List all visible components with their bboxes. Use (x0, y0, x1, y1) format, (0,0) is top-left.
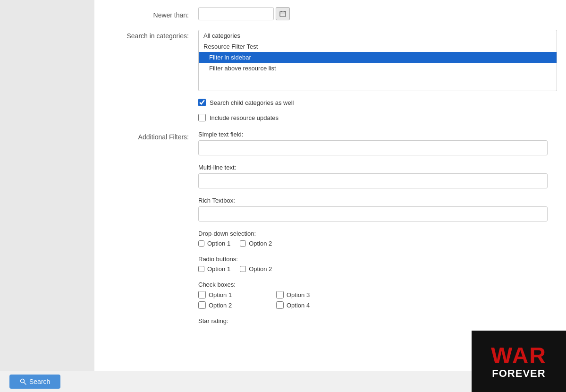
radio-input-1[interactable] (198, 266, 204, 272)
check-input-1[interactable] (198, 291, 206, 298)
sidebar (0, 0, 94, 392)
search-button-label: Search (29, 378, 50, 385)
search-button[interactable]: Search (9, 375, 60, 389)
categories-listbox[interactable]: All categories Resource Filter Test Filt… (198, 30, 557, 91)
additional-fields: Simple text field: Multi-line text: Rich… (198, 131, 557, 333)
listbox-item-all-categories[interactable]: All categories (199, 30, 557, 41)
dropdown-option-2-label: Option 2 (249, 240, 272, 247)
main-content: Newer than: Search in categories: All (94, 0, 566, 378)
simple-text-field-group: Simple text field: (198, 131, 557, 155)
radio-option-1[interactable]: Option 1 (198, 265, 230, 273)
watermark-forever: FOREVER (491, 368, 547, 379)
check-option-1-label: Option 1 (209, 291, 232, 298)
radio-option-2[interactable]: Option 2 (240, 265, 272, 273)
calendar-button[interactable] (276, 7, 290, 20)
radio-input-2[interactable] (240, 266, 246, 272)
simple-text-input[interactable] (198, 140, 548, 155)
additional-filters-label: Additional Filters: (104, 131, 198, 141)
star-rating-label: Star rating: (198, 317, 557, 324)
radio-options-group: Option 1 Option 2 (198, 265, 557, 273)
search-child-categories-label: Search child categories as well (210, 99, 294, 106)
radio-option-2-label: Option 2 (249, 265, 272, 273)
multi-line-text-label: Multi-line text: (198, 164, 557, 171)
dropdown-selection-label: Drop-down selection: (198, 230, 557, 237)
check-input-4[interactable] (276, 301, 284, 309)
search-icon (20, 378, 26, 385)
listbox-item-resource-filter-test[interactable]: Resource Filter Test (199, 41, 557, 52)
svg-line-5 (24, 383, 26, 385)
newer-than-row: Newer than: (94, 0, 566, 27)
check-option-2[interactable]: Option 2 (198, 301, 262, 309)
check-option-3-label: Option 3 (287, 291, 310, 298)
categories-area: All categories Resource Filter Test Filt… (198, 30, 557, 121)
include-resource-updates-checkbox[interactable] (198, 114, 206, 121)
multi-line-text-input[interactable] (198, 173, 548, 188)
search-in-categories-label: Search in categories: (104, 30, 198, 40)
newer-than-label: Newer than: (104, 9, 198, 19)
star-rating-group: Star rating: (198, 317, 557, 324)
rich-textbox-input[interactable] (198, 206, 548, 222)
check-input-2[interactable] (198, 301, 206, 309)
additional-filters-row: Additional Filters: Simple text field: M… (94, 126, 566, 338)
listbox-item-filter-above-resource-list[interactable]: Filter above resource list (199, 63, 557, 74)
dropdown-checkbox-2[interactable] (240, 240, 246, 247)
radio-buttons-label: Radio buttons: (198, 256, 557, 263)
multi-line-text-group: Multi-line text: (198, 164, 557, 188)
check-boxes-group: Check boxes: Option 1 Option 3 Option (198, 281, 557, 309)
check-option-4-label: Option 4 (287, 302, 310, 309)
check-options-grid: Option 1 Option 3 Option 2 Option 4 (198, 291, 340, 309)
rich-textbox-group: Rich Textbox: (198, 197, 557, 222)
dropdown-checkbox-1[interactable] (198, 240, 204, 247)
dropdown-option-1-label: Option 1 (207, 240, 230, 247)
include-resource-updates-label: Include resource updates (210, 114, 279, 121)
date-input-group (198, 7, 290, 20)
check-boxes-label: Check boxes: (198, 281, 557, 288)
check-option-1[interactable]: Option 1 (198, 291, 262, 298)
svg-rect-0 (280, 11, 286, 17)
watermark: WAR FOREVER (472, 331, 566, 392)
search-in-categories-row: Search in categories: All categories Res… (94, 27, 566, 126)
dropdown-option-1[interactable]: Option 1 (198, 240, 230, 247)
dropdown-option-2[interactable]: Option 2 (240, 240, 272, 247)
listbox-item-filter-in-sidebar[interactable]: Filter in sidebar (199, 52, 557, 63)
search-checkboxes: Search child categories as well Include … (198, 95, 557, 121)
simple-text-field-label: Simple text field: (198, 131, 557, 138)
include-resource-updates-checkbox-row[interactable]: Include resource updates (198, 114, 557, 121)
dropdown-selection-group: Drop-down selection: Option 1 Option 2 (198, 230, 557, 247)
search-child-categories-checkbox-row[interactable]: Search child categories as well (198, 99, 557, 106)
radio-option-1-label: Option 1 (207, 265, 230, 273)
check-option-4[interactable]: Option 4 (276, 301, 340, 309)
rich-textbox-label: Rich Textbox: (198, 197, 557, 204)
date-input[interactable] (198, 7, 274, 20)
check-option-3[interactable]: Option 3 (276, 291, 340, 298)
watermark-text: WAR FOREVER (491, 343, 547, 380)
watermark-war: WAR (491, 343, 547, 368)
radio-buttons-group: Radio buttons: Option 1 Option 2 (198, 256, 557, 273)
dropdown-options-group: Option 1 Option 2 (198, 240, 557, 247)
search-child-categories-checkbox[interactable] (198, 99, 206, 106)
check-input-3[interactable] (276, 291, 284, 298)
check-option-2-label: Option 2 (209, 302, 232, 309)
